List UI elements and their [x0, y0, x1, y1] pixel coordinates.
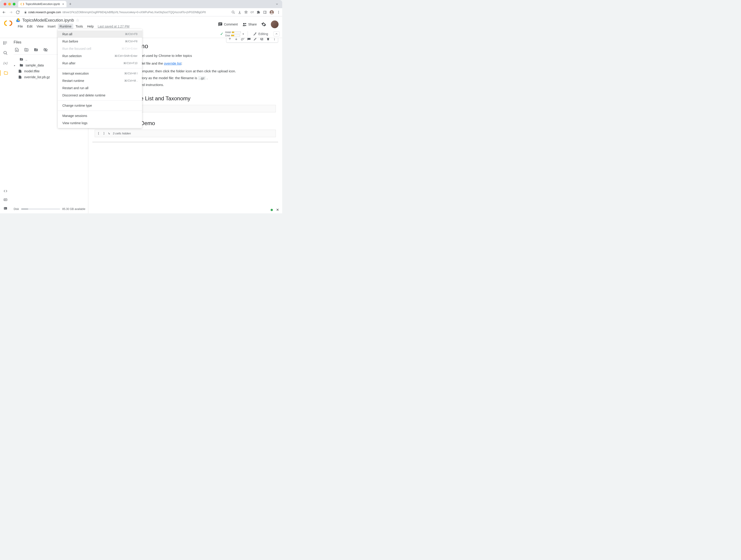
editing-mode-button[interactable]: Editing: [252, 31, 270, 36]
tab-close-icon[interactable]: ×: [62, 2, 64, 6]
address-bar[interactable]: colab.research.google.com/drive/1Fk1iZO6…: [22, 11, 229, 14]
status-close-icon[interactable]: ✕: [276, 208, 279, 212]
colab-favicon-icon: [20, 2, 24, 6]
upload-icon[interactable]: [14, 48, 19, 52]
menu-help[interactable]: Help: [85, 24, 95, 29]
menu-item-label: Run after: [62, 61, 76, 65]
refresh-folder-icon[interactable]: [24, 48, 29, 52]
search-icon[interactable]: [3, 50, 8, 56]
menu-separator: [58, 110, 142, 111]
panel-icon[interactable]: [263, 10, 267, 14]
tree-label: model.tflite: [24, 69, 40, 73]
svg-rect-7: [219, 23, 221, 24]
menu-item[interactable]: Change runtime type: [58, 102, 142, 109]
menu-runtime[interactable]: Runtime: [58, 24, 73, 29]
svg-point-0: [232, 11, 234, 13]
user-avatar-icon[interactable]: [269, 10, 274, 14]
colab-logo-icon[interactable]: [4, 19, 13, 28]
command-palette-icon[interactable]: [3, 197, 8, 203]
svg-rect-1: [264, 11, 266, 13]
autosave-status[interactable]: Last saved at 1:27 PM: [97, 24, 129, 28]
svg-rect-21: [261, 38, 263, 40]
more-cell-icon[interactable]: [271, 38, 277, 42]
delete-cell-icon[interactable]: [265, 38, 271, 42]
edit-cell-icon[interactable]: [252, 38, 258, 42]
comment-cell-icon[interactable]: [246, 38, 252, 42]
menu-item-label: Run all: [62, 32, 72, 36]
toc-icon[interactable]: [3, 40, 8, 46]
menu-item[interactable]: Run after⌘/Ctrl+F10: [58, 60, 142, 67]
browser-tab[interactable]: TopicsModelExecution.ipynb ×: [18, 1, 66, 7]
svg-rect-15: [4, 199, 7, 201]
terminal-icon[interactable]: [3, 206, 8, 211]
minimize-window[interactable]: [8, 3, 11, 5]
toggle-hidden-icon[interactable]: [43, 48, 48, 52]
subarrow-icon: ↳: [108, 132, 110, 135]
link-icon[interactable]: [240, 38, 246, 42]
settings-icon[interactable]: [261, 22, 266, 27]
tree-label: override_list.pb.gz: [24, 75, 50, 79]
menu-item-label: Manage sessions: [62, 114, 87, 117]
menu-file[interactable]: File: [16, 24, 25, 29]
new-tab-button[interactable]: +: [67, 2, 73, 7]
code-snippets-icon[interactable]: [3, 188, 8, 194]
move-up-icon[interactable]: [227, 38, 233, 42]
menu-item[interactable]: Manage sessions: [58, 112, 142, 119]
menu-tools[interactable]: Tools: [74, 24, 85, 29]
variables-icon[interactable]: {x}: [3, 60, 8, 66]
disk-meter: [231, 34, 240, 36]
hidden-cells-bar[interactable]: [ ] ↳ 3 cells hidden: [95, 130, 276, 137]
disk-label: Disk: [225, 34, 230, 37]
bookmark-icon[interactable]: [244, 10, 248, 14]
files-icon[interactable]: [0, 70, 11, 76]
svg-point-14: [4, 52, 7, 54]
tab-overflow-icon[interactable]: [275, 2, 280, 6]
star-icon[interactable]: ☆: [76, 18, 79, 23]
mount-drive-icon[interactable]: [34, 48, 38, 52]
menu-item[interactable]: Run selection⌘/Ctrl+Shift+Enter: [58, 52, 142, 60]
svg-point-4: [278, 11, 279, 12]
menu-item[interactable]: Run before⌘/Ctrl+F8: [58, 38, 142, 45]
reload-button[interactable]: [15, 10, 20, 14]
svg-point-11: [3, 42, 4, 42]
menu-item[interactable]: Run all⌘/Ctrl+F9: [58, 30, 142, 38]
caret-right-icon[interactable]: ▸: [14, 64, 17, 67]
resource-indicator[interactable]: ✓ RAM Disk ▾: [220, 31, 244, 37]
collapse-header-button[interactable]: [274, 31, 279, 36]
mirror-cell-icon[interactable]: [259, 38, 265, 42]
menu-insert[interactable]: Insert: [46, 24, 57, 29]
menu-item-label: Restart runtime: [62, 79, 84, 83]
move-down-icon[interactable]: [233, 38, 239, 42]
resource-dropdown-icon[interactable]: ▾: [243, 32, 244, 35]
close-window[interactable]: [4, 3, 6, 5]
forward-button[interactable]: [9, 10, 13, 14]
extensions-icon[interactable]: [257, 10, 260, 14]
browser-menu-icon[interactable]: [277, 10, 280, 14]
menu-item[interactable]: Restart runtime⌘/Ctrl+M .: [58, 77, 142, 84]
tree-label: sample_data: [25, 64, 44, 67]
svg-point-5: [278, 12, 279, 12]
zoom-icon[interactable]: [231, 10, 235, 14]
menu-view[interactable]: View: [35, 24, 45, 29]
comment-button[interactable]: Comment: [218, 22, 238, 27]
tab-strip: TopicsModelExecution.ipynb × +: [0, 0, 282, 8]
cell-action-toolbar: [226, 38, 278, 43]
menu-item[interactable]: View runtime logs: [58, 119, 142, 127]
doc-title[interactable]: TopicsModelExecution.ipynb: [22, 18, 74, 23]
menu-item[interactable]: Restart and run all: [58, 84, 142, 92]
profile-badge[interactable]: OT: [251, 11, 254, 14]
maximize-window[interactable]: [13, 3, 15, 5]
hidden-count: 3 cells hidden: [113, 132, 131, 135]
back-button[interactable]: [2, 10, 6, 14]
svg-point-10: [245, 23, 246, 24]
browser-toolbar: colab.research.google.com/drive/1Fk1iZO6…: [0, 8, 282, 16]
install-icon[interactable]: [238, 10, 242, 14]
menu-item-label: Interrupt execution: [62, 72, 89, 75]
menu-item-label: View runtime logs: [62, 121, 87, 125]
user-avatar[interactable]: [271, 20, 279, 28]
menu-edit[interactable]: Edit: [25, 24, 35, 29]
share-button[interactable]: Share: [243, 22, 257, 27]
override-list-link[interactable]: override list: [164, 61, 181, 65]
menu-item[interactable]: Interrupt execution⌘/Ctrl+M I: [58, 70, 142, 77]
menu-item[interactable]: Disconnect and delete runtime: [58, 92, 142, 99]
